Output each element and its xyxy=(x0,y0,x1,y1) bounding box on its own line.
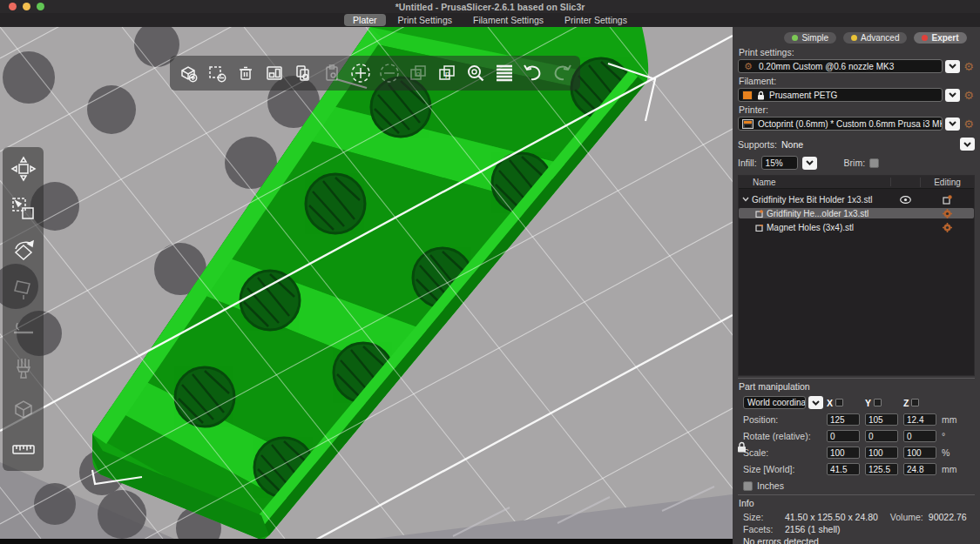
part-row[interactable]: Magnet Holes (3x4).stl xyxy=(739,222,974,232)
info-section: Info Size: 41.50 x 125.50 x 24.80 Volume… xyxy=(738,494,975,544)
size-y-input[interactable] xyxy=(865,463,898,475)
position-z-input[interactable] xyxy=(903,413,936,426)
coordinates-dropdown-button[interactable] xyxy=(808,396,823,409)
scale-x-input[interactable] xyxy=(827,447,860,459)
printer-dropdown-button[interactable] xyxy=(945,118,960,131)
position-y-input[interactable] xyxy=(865,413,898,426)
size-info-value: 41.50 x 125.50 x 24.80 xyxy=(785,512,878,522)
paste-icon xyxy=(321,63,342,84)
mode-expert-button[interactable]: Expert xyxy=(914,32,966,44)
print-settings-dropdown-button[interactable] xyxy=(945,60,960,73)
infill-select[interactable]: 15% xyxy=(761,156,798,170)
facets-value: 2156 (1 shell) xyxy=(785,524,841,534)
object-settings-icon[interactable] xyxy=(943,195,952,205)
chevron-down-icon xyxy=(806,160,814,165)
add-button[interactable] xyxy=(175,58,201,88)
rotate-z-input[interactable] xyxy=(903,430,936,442)
paste-button[interactable] xyxy=(319,58,345,88)
mirror-z-button[interactable] xyxy=(911,399,919,406)
infill-dropdown-button[interactable] xyxy=(802,157,817,170)
seam-tool-button[interactable] xyxy=(7,393,40,426)
redo-button[interactable] xyxy=(549,58,575,88)
paint-supports-tool-button[interactable] xyxy=(7,353,40,386)
mirror-y-button[interactable] xyxy=(874,399,882,406)
delete-icon xyxy=(206,63,227,84)
inches-label: Inches xyxy=(757,480,784,491)
trash-icon xyxy=(235,63,256,84)
measure-tool-button[interactable] xyxy=(7,433,40,466)
remove-instance-button[interactable] xyxy=(376,58,402,88)
rotate-y-input[interactable] xyxy=(865,430,898,442)
expand-chevron-icon[interactable] xyxy=(742,197,749,202)
scale-y-input[interactable] xyxy=(865,447,898,459)
supports-dropdown-button[interactable] xyxy=(960,138,975,151)
tab-filament-settings[interactable]: Filament Settings xyxy=(464,14,552,26)
preset-gear-icon: ⚙ xyxy=(742,61,754,72)
scale-icon xyxy=(10,196,37,222)
prusaslicer-window: *Untitled - PrusaSlicer-2.6.1 based on S… xyxy=(0,0,980,544)
edit-print-settings-gear-icon[interactable]: ⚙ xyxy=(963,61,975,72)
uniform-scale-lock-icon[interactable] xyxy=(737,441,747,453)
edit-printer-gear-icon[interactable]: ⚙ xyxy=(963,118,975,130)
delete-button[interactable] xyxy=(204,58,230,88)
rotate-icon xyxy=(10,236,37,262)
edit-filament-gear-icon[interactable]: ⚙ xyxy=(963,90,975,101)
tab-plater[interactable]: Plater xyxy=(344,14,385,26)
size-z-input[interactable] xyxy=(903,463,936,475)
copy-button[interactable] xyxy=(290,58,316,88)
place-on-face-tool-button[interactable] xyxy=(7,272,40,306)
editing-column-header: Editing xyxy=(920,178,974,187)
3d-viewport[interactable]: o p xyxy=(0,27,733,539)
brim-label: Brim: xyxy=(844,158,866,168)
negative-volume-icon xyxy=(754,223,764,232)
inches-checkbox[interactable] xyxy=(743,481,753,491)
size-unit: mm xyxy=(942,464,964,474)
part-settings-gear-icon[interactable] xyxy=(943,223,952,232)
add-instance-button[interactable] xyxy=(348,58,374,88)
scale-z-input[interactable] xyxy=(903,447,936,459)
tab-print-settings[interactable]: Print Settings xyxy=(389,14,461,26)
position-x-input[interactable] xyxy=(827,413,860,426)
window-title: *Untitled - PrusaSlicer-2.6.1 based on S… xyxy=(0,2,980,12)
filament-select[interactable]: Prusament PETG xyxy=(738,88,943,102)
eye-icon[interactable] xyxy=(900,196,911,204)
mode-simple-button[interactable]: Simple xyxy=(784,32,836,44)
delete-all-button[interactable] xyxy=(233,58,259,88)
arrange-button[interactable] xyxy=(261,58,287,88)
print-settings-label: Print settings: xyxy=(739,47,975,57)
part-manipulation-title: Part manipulation xyxy=(739,381,975,392)
move-tool-button[interactable] xyxy=(7,152,40,185)
tab-printer-settings[interactable]: Printer Settings xyxy=(556,14,636,26)
scale-label: Scale: xyxy=(743,447,823,458)
variable-layer-height-button[interactable] xyxy=(491,58,517,88)
undo-button[interactable] xyxy=(520,58,546,88)
errors-status: No errors detected xyxy=(743,536,819,544)
part-row-selected[interactable]: Gridfinity He...older 1x3.stl xyxy=(739,208,974,218)
arrange-icon xyxy=(264,63,285,84)
filament-dropdown-button[interactable] xyxy=(945,89,960,102)
split-to-parts-button[interactable]: p xyxy=(434,58,460,88)
scale-tool-button[interactable] xyxy=(7,192,40,225)
lock-icon xyxy=(757,91,765,100)
info-title: Info xyxy=(739,498,974,508)
printer-label: Printer: xyxy=(739,104,975,115)
search-button[interactable] xyxy=(463,58,489,88)
printer-select[interactable]: Octoprint (0.6mm) * Custom 0.6mm Prusa i… xyxy=(738,117,943,131)
mode-advanced-button[interactable]: Advanced xyxy=(843,32,907,44)
part-settings-gear-icon[interactable] xyxy=(943,209,952,218)
cut-tool-button[interactable] xyxy=(7,312,40,346)
top-toolbar: o p xyxy=(170,56,580,91)
print-settings-select[interactable]: ⚙0.20mm Custom @0.6 nozzle MK3 xyxy=(738,59,943,73)
brim-checkbox[interactable] xyxy=(869,158,879,168)
object-row[interactable]: Gridfinity Hex Bit Holder 1x3.stl xyxy=(739,194,974,205)
mode-selector: Simple Advanced Expert xyxy=(776,32,975,44)
rotate-tool-button[interactable] xyxy=(7,232,40,265)
split-to-objects-button[interactable]: o xyxy=(405,58,431,88)
coordinates-select[interactable]: World coordinates xyxy=(743,396,806,409)
rotate-x-input[interactable] xyxy=(827,430,860,442)
left-toolbar xyxy=(3,147,44,471)
chevron-down-icon xyxy=(949,92,956,97)
mirror-x-button[interactable] xyxy=(835,399,843,406)
size-x-input[interactable] xyxy=(827,463,860,475)
axis-z-label: Z xyxy=(903,398,909,408)
